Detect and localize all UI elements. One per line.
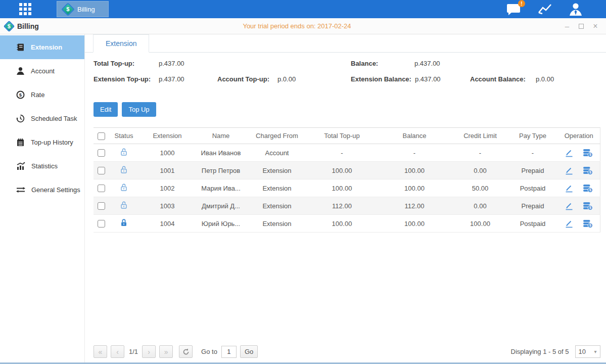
row-checkbox[interactable] [98, 202, 105, 210]
cell-name: Иван Иванов [196, 144, 246, 162]
sidebar-item-topup-history[interactable]: Top-up History [0, 130, 84, 154]
cell-charged-from: Extension [246, 215, 308, 233]
next-page-button[interactable]: › [142, 345, 156, 358]
column-header-balance: Balance [376, 128, 453, 144]
sidebar-item-label: General Settings [31, 186, 80, 194]
row-checkbox[interactable] [98, 149, 105, 157]
notification-badge: ! [518, 0, 525, 7]
total-topup-value: p.437.00 [159, 60, 184, 67]
page-indicator: 1/1 [129, 348, 138, 355]
table-row[interactable]: 1002 Мария Ива... Extension 100.00 100.0… [94, 179, 600, 197]
column-header-pay-type: Pay Type [507, 128, 558, 144]
displaying-text: Displaying 1 - 5 of 5 [511, 348, 569, 355]
edit-icon[interactable] [565, 219, 574, 228]
first-page-button[interactable]: « [94, 345, 107, 358]
sidebar-item-account[interactable]: Account [0, 59, 84, 83]
content-area: Extension Total Top-up: p.437.00 Balance… [85, 34, 606, 362]
locked-icon [120, 218, 128, 227]
cell-extension: 1001 [139, 162, 196, 179]
column-header-total-topup: Total Top-up [308, 128, 376, 144]
prev-page-button[interactable]: ‹ [111, 345, 124, 358]
account-balance-value: p.0.00 [536, 75, 554, 83]
edit-button[interactable]: Edit [94, 102, 118, 117]
cell-credit-limit: 0.00 [453, 197, 507, 215]
cell-name: Юрий Юрь... [196, 215, 246, 233]
row-checkbox[interactable] [98, 220, 105, 228]
taskbar-item-billing[interactable]: $ Billing [57, 1, 109, 17]
cell-credit-limit: - [453, 144, 507, 162]
person-icon [16, 67, 25, 75]
app-launcher-icon[interactable] [19, 3, 31, 15]
cell-total-topup: 100.00 [308, 179, 376, 197]
topup-row-icon[interactable]: $ [583, 219, 593, 228]
cell-extension: 1002 [139, 179, 196, 197]
cell-total-topup: - [308, 144, 376, 162]
table-row[interactable]: 1000 Иван Иванов Account - - - - [94, 144, 600, 162]
topup-row-icon[interactable]: $ [583, 202, 593, 210]
edit-icon[interactable] [565, 202, 574, 210]
column-header-operation: Operation [558, 128, 600, 144]
column-header-extension: Extension [139, 128, 196, 144]
edit-icon[interactable] [565, 184, 574, 193]
cell-pay-type: Prepaid [507, 197, 558, 215]
cell-name: Мария Ива... [196, 179, 246, 197]
topup-row-icon[interactable]: $ [583, 149, 593, 157]
page-size-select[interactable]: 10 ▾ [575, 345, 600, 358]
trial-notice: Your trial period ends on: 2017-02-24 [243, 22, 351, 30]
svg-text:$: $ [589, 188, 591, 192]
row-checkbox[interactable] [98, 185, 105, 192]
goto-page-input[interactable] [221, 346, 237, 358]
notifications-button[interactable]: ! [506, 3, 521, 15]
billing-app-icon: $ [61, 3, 75, 16]
sidebar-item-rate[interactable]: $ Rate [0, 83, 84, 107]
sidebar-item-extension[interactable]: Extension [0, 35, 84, 59]
balance-label: Balance: [351, 60, 378, 67]
cell-total-topup: 100.00 [308, 162, 376, 179]
table-row[interactable]: 1001 Петр Петров Extension 100.00 100.00… [94, 162, 600, 179]
extension-balance-label: Extension Balance: [351, 75, 411, 83]
total-topup-label: Total Top-up: [94, 60, 134, 67]
minimize-button[interactable]: – [564, 23, 571, 30]
close-button[interactable]: × [592, 23, 599, 30]
sidebar-item-label: Statistics [31, 162, 58, 170]
pagination-bar: « ‹ 1/1 › » Go to Go Displaying 1 - 5 of… [85, 345, 606, 362]
app-window: $ Billing ! [0, 0, 606, 364]
sidebar-item-scheduled-task[interactable]: Scheduled Task [0, 107, 84, 130]
topup-row-icon[interactable]: $ [583, 184, 593, 193]
table-row[interactable]: 1004 Юрий Юрь... Extension 100.00 100.00… [94, 215, 600, 233]
maximize-button[interactable] [578, 23, 585, 30]
column-header-name: Name [196, 128, 246, 144]
refresh-button[interactable] [179, 345, 193, 358]
sidebar: Extension Account $ Rate [0, 34, 85, 362]
select-all-checkbox[interactable] [98, 132, 105, 140]
cell-extension: 1000 [139, 144, 196, 162]
sidebar-item-label: Scheduled Task [31, 115, 77, 122]
table-row[interactable]: 1003 Дмитрий Д... Extension 112.00 112.0… [94, 197, 600, 215]
user-icon [569, 3, 583, 16]
tab-extension[interactable]: Extension [93, 34, 149, 53]
cell-balance: 100.00 [376, 162, 453, 179]
line-chart-icon [537, 3, 552, 15]
unlocked-icon [120, 148, 128, 156]
tab-bar: Extension [85, 34, 606, 53]
column-header-status: Status [109, 128, 139, 144]
taskbar-item-label: Billing [77, 6, 95, 13]
extension-topup-label: Extension Top-up: [94, 75, 151, 83]
edit-icon[interactable] [565, 166, 574, 175]
extension-balance-value: p.437.00 [415, 75, 441, 83]
edit-icon[interactable] [565, 149, 574, 157]
extension-topup-value: p.437.00 [159, 75, 184, 83]
topup-row-icon[interactable]: $ [583, 166, 593, 175]
resource-monitor-button[interactable] [537, 3, 552, 15]
go-button[interactable]: Go [240, 345, 258, 358]
row-checkbox[interactable] [98, 167, 105, 174]
cell-pay-type: - [507, 144, 558, 162]
last-page-button[interactable]: » [159, 345, 173, 358]
topup-button[interactable]: Top Up [122, 102, 156, 117]
cell-balance: 112.00 [376, 197, 453, 215]
sidebar-item-statistics[interactable]: Statistics [0, 154, 84, 178]
account-balance-label: Account Balance: [470, 75, 526, 83]
cell-pay-type: Postpaid [507, 215, 558, 233]
sidebar-item-general-settings[interactable]: General Settings [0, 178, 84, 202]
user-menu-button[interactable] [569, 3, 583, 16]
